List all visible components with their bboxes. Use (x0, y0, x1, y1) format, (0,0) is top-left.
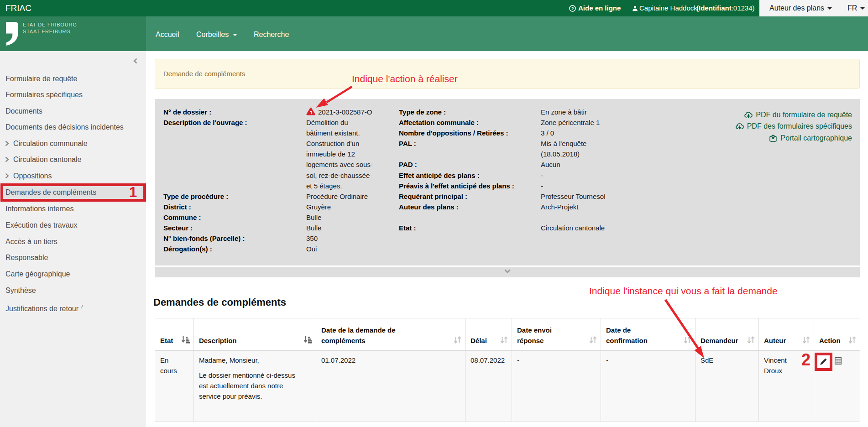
svg-text:?: ? (571, 6, 574, 11)
